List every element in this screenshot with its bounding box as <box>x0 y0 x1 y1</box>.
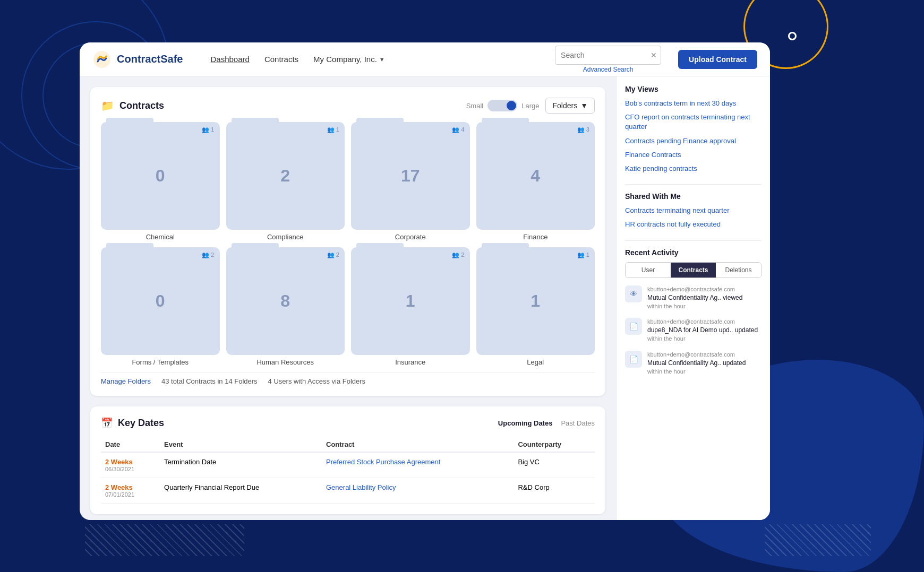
date-cell: 2 Weeks 07/01/2021 <box>101 478 160 504</box>
size-toggle-knob <box>507 101 516 110</box>
folder-item[interactable]: 👥 2 1 Insurance <box>351 247 470 366</box>
date-cell: 2 Weeks 06/30/2021 <box>101 452 160 478</box>
sidebar-divider-1 <box>625 184 762 185</box>
my-views-link[interactable]: Katie pending contracts <box>625 164 762 174</box>
users-access-text: 4 Users with Access via Folders <box>268 377 366 385</box>
calendar-icon: 📅 <box>101 417 113 429</box>
activity-tab-contracts[interactable]: Contracts <box>671 263 716 278</box>
activity-icon: 📄 <box>625 318 642 335</box>
size-toggle: Small Large <box>466 100 540 111</box>
folder-item[interactable]: 👥 3 4 Finance <box>476 122 595 241</box>
nav-company[interactable]: My Company, Inc. ▼ <box>313 55 385 64</box>
shared-link[interactable]: Contracts terminating next quarter <box>625 206 762 215</box>
my-views-link[interactable]: CFO report on contracts terminating next… <box>625 112 762 132</box>
folder-item[interactable]: 👥 1 2 Compliance <box>226 122 345 241</box>
contract-cell[interactable]: Preferred Stock Purchase Agreement <box>322 452 514 478</box>
folder-users-count: 👥 2 <box>452 252 464 258</box>
folder-users-count: 👥 4 <box>452 126 464 133</box>
activity-email: kbutton+demo@contractsafe.com <box>647 351 746 359</box>
table-col-contract: Contract <box>322 437 514 452</box>
folder-item[interactable]: 👥 4 17 Corporate <box>351 122 470 241</box>
activity-time: within the hour <box>647 368 746 376</box>
search-clear-icon[interactable]: ✕ <box>651 51 657 59</box>
tab-upcoming-dates[interactable]: Upcoming Dates <box>498 419 553 427</box>
my-views-link[interactable]: Bob's contracts term in next 30 days <box>625 99 762 108</box>
activity-tab-deletions[interactable]: Deletions <box>716 263 761 278</box>
search-input[interactable] <box>555 46 661 65</box>
activity-email: kbutton+demo@contractsafe.com <box>647 285 742 293</box>
folder-card: 👥 2 1 <box>351 247 470 355</box>
folder-grid: 👥 1 0 Chemical 👥 1 2 Compliance 👥 4 17 C… <box>101 122 595 366</box>
event-cell: Quarterly Financial Report Due <box>160 478 322 504</box>
activity-item: 👁 kbutton+demo@contractsafe.com Mutual C… <box>625 285 762 311</box>
folder-label: Compliance <box>267 233 304 241</box>
tab-past-dates[interactable]: Past Dates <box>561 419 595 427</box>
contract-link[interactable]: Preferred Stock Purchase Agreement <box>326 458 440 466</box>
contract-cell[interactable]: General Liability Policy <box>322 478 514 504</box>
upload-contract-button[interactable]: Upload Contract <box>678 50 757 69</box>
logo-text: ContractSafe <box>117 53 183 65</box>
logo-icon <box>92 50 112 69</box>
search-area: ✕ <box>555 46 661 65</box>
activity-icon: 📄 <box>625 351 642 368</box>
folder-users-count: 👥 1 <box>577 252 589 258</box>
date-weeks: 2 Weeks <box>105 483 156 491</box>
activity-text: kbutton+demo@contractsafe.com Mutual Con… <box>647 285 742 311</box>
activity-time: within the hour <box>647 335 758 343</box>
topnav: ContractSafe Dashboard Contracts My Comp… <box>80 42 770 76</box>
nav-contracts[interactable]: Contracts <box>264 55 298 64</box>
my-views-link[interactable]: Contracts pending Finance approval <box>625 136 762 146</box>
table-col-counterparty: Counterparty <box>514 437 595 452</box>
table-row: 2 Weeks 07/01/2021 Quarterly Financial R… <box>101 478 595 504</box>
folder-icon: 📁 <box>101 99 114 112</box>
manage-folders-link[interactable]: Manage Folders <box>101 377 151 385</box>
size-toggle-track[interactable] <box>487 100 517 111</box>
key-dates-title: 📅 Key Dates <box>101 417 164 429</box>
folder-count: 4 <box>531 166 540 186</box>
folder-card: 👥 1 2 <box>226 122 345 230</box>
folder-count: 0 <box>156 291 165 311</box>
folder-count: 1 <box>531 291 540 311</box>
my-views-title: My Views <box>625 85 762 93</box>
folder-users-count: 👥 1 <box>327 126 339 133</box>
folder-item[interactable]: 👥 1 0 Chemical <box>101 122 220 241</box>
folder-label: Finance <box>523 233 547 241</box>
date-actual: 06/30/2021 <box>105 466 156 472</box>
folder-card: 👥 1 1 <box>476 247 595 355</box>
folder-card: 👥 3 4 <box>476 122 595 230</box>
table-row: 2 Weeks 06/30/2021 Termination Date Pref… <box>101 452 595 478</box>
folder-card: 👥 2 8 <box>226 247 345 355</box>
date-actual: 07/01/2021 <box>105 491 156 498</box>
folder-item[interactable]: 👥 2 8 Human Resources <box>226 247 345 366</box>
main-container: ContractSafe Dashboard Contracts My Comp… <box>80 42 770 520</box>
main-content: 📁 Contracts Small Large Folders <box>80 76 616 520</box>
folder-item[interactable]: 👥 2 0 Forms / Templates <box>101 247 220 366</box>
folder-label: Chemical <box>146 233 175 241</box>
folders-caret-icon: ▼ <box>580 101 588 110</box>
folder-card: 👥 1 0 <box>101 122 220 230</box>
activity-time: within the hour <box>647 302 742 310</box>
my-views-link[interactable]: Finance Contracts <box>625 150 762 160</box>
folder-count: 1 <box>406 291 415 311</box>
activity-title: Recent Activity <box>625 248 762 257</box>
activity-item: 📄 kbutton+demo@contractsafe.com dupe8_ND… <box>625 318 762 343</box>
counterparty-cell: R&D Corp <box>514 478 595 504</box>
folder-label: Human Resources <box>256 358 314 366</box>
folder-count: 0 <box>156 166 165 186</box>
folders-view-button[interactable]: Folders ▼ <box>545 98 595 114</box>
contract-link[interactable]: General Liability Policy <box>326 483 396 491</box>
shared-link[interactable]: HR contracts not fully executed <box>625 220 762 229</box>
folder-item[interactable]: 👥 1 1 Legal <box>476 247 595 366</box>
table-body: 2 Weeks 06/30/2021 Termination Date Pref… <box>101 452 595 504</box>
activity-tab-user[interactable]: User <box>626 263 671 278</box>
key-dates-widget: 📅 Key Dates Upcoming Dates Past Dates Da… <box>90 406 605 514</box>
folder-count: 8 <box>280 291 290 311</box>
contracts-widget-title: 📁 Contracts <box>101 99 164 112</box>
folder-card: 👥 2 0 <box>101 247 220 355</box>
body-layout: 📁 Contracts Small Large Folders <box>80 76 770 520</box>
folder-label: Legal <box>527 358 544 366</box>
folder-label: Insurance <box>395 358 425 366</box>
table-header-row: DateEventContractCounterparty <box>101 437 595 452</box>
nav-dashboard[interactable]: Dashboard <box>210 55 249 64</box>
advanced-search-link[interactable]: Advanced Search <box>555 66 661 73</box>
